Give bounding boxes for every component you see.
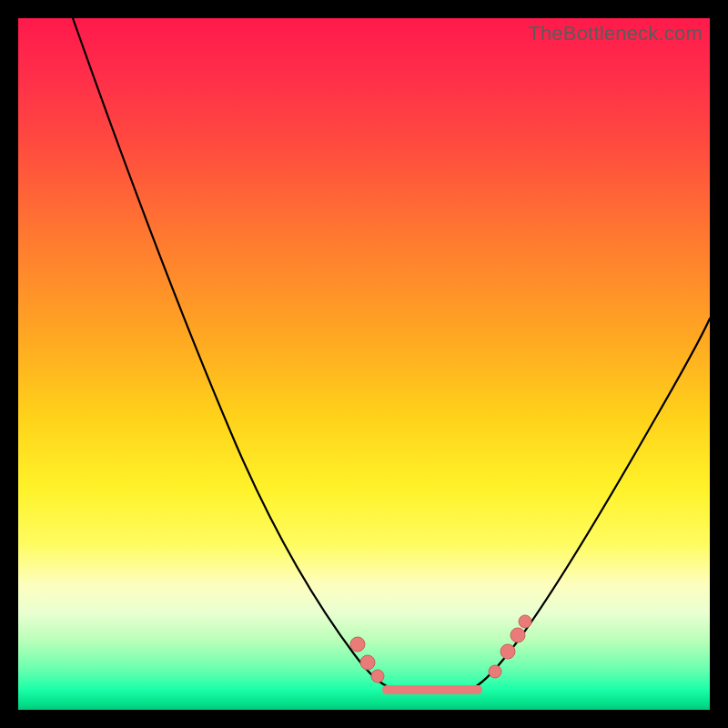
curve-right-branch (473, 318, 710, 688)
marker-dot (350, 637, 365, 652)
curve-left-branch (73, 18, 391, 688)
marker-dot (489, 665, 501, 678)
marker-dots (350, 615, 531, 682)
marker-dot (360, 655, 375, 670)
marker-dot (519, 615, 531, 628)
bottleneck-curve-svg (18, 18, 710, 710)
marker-dot (511, 628, 525, 642)
plot-area: TheBottleneck.com (18, 18, 710, 710)
marker-dot (500, 644, 515, 659)
marker-dot (371, 670, 384, 682)
